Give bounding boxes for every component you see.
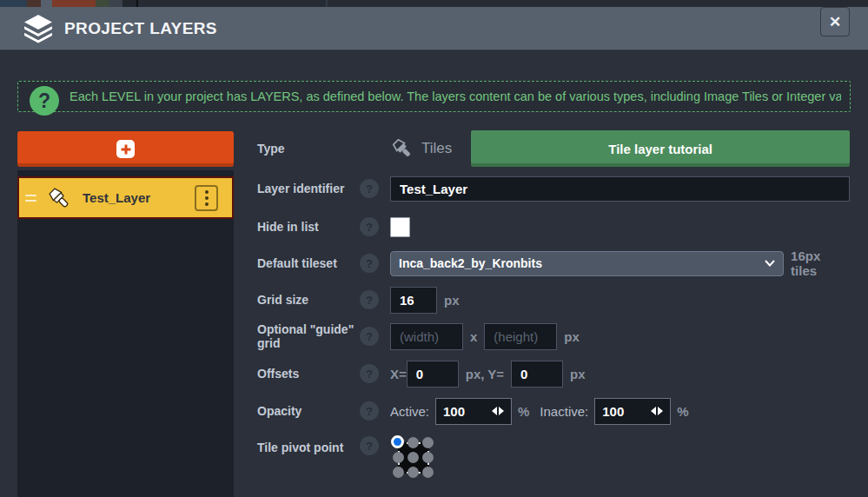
pivot-dot[interactable] <box>407 467 419 478</box>
offset-mid-label: px, Y= <box>466 367 504 381</box>
opacity-inactive-label: Inactive: <box>540 404 588 419</box>
opacity-inactive-value: 100 <box>602 404 624 419</box>
guide-grid-separator: x <box>470 329 477 344</box>
layer-identifier-label: Layer identifier <box>257 182 360 195</box>
stepper-arrows-icon[interactable] <box>651 407 663 415</box>
layer-item-name: Test_Layer <box>83 190 150 205</box>
opacity-active-unit: % <box>518 404 529 419</box>
hide-in-list-checkbox[interactable] <box>390 217 410 237</box>
kebab-menu-icon <box>205 190 209 194</box>
tiles-brush-icon <box>390 136 414 161</box>
opacity-inactive-stepper[interactable]: 100 <box>594 398 671 425</box>
guide-grid-label: Optional "guide" grid <box>257 322 360 350</box>
chevron-down-icon <box>765 260 775 267</box>
offset-y-input[interactable] <box>511 361 563 388</box>
tile-layer-tutorial-button[interactable]: Tile layer tutorial <box>471 130 850 167</box>
background-app-strip <box>0 0 868 7</box>
pivot-dot[interactable] <box>422 467 434 478</box>
help-icon[interactable]: ? <box>360 179 379 198</box>
help-icon[interactable]: ? <box>360 364 379 383</box>
info-banner-text: Each LEVEL in your project has LAYERS, a… <box>70 82 841 111</box>
default-tileset-value: Inca_back2_by_Kronbits <box>399 256 542 270</box>
pivot-dot[interactable] <box>393 452 404 463</box>
pivot-dot[interactable] <box>422 437 434 448</box>
layer-list-panel: Test_Layer <box>17 170 234 497</box>
info-banner: ? Each LEVEL in your project has LAYERS,… <box>17 81 851 112</box>
stepper-arrows-icon[interactable] <box>492 407 504 415</box>
layer-menu-button[interactable] <box>195 185 218 211</box>
layer-list-item[interactable]: Test_Layer <box>17 176 234 219</box>
close-button[interactable]: ✕ <box>820 7 850 36</box>
offsets-unit: px <box>570 367 586 381</box>
help-icon[interactable]: ? <box>360 290 379 309</box>
grid-size-unit: px <box>444 293 460 308</box>
close-icon: ✕ <box>829 13 841 31</box>
grid-size-input[interactable] <box>390 287 437 314</box>
opacity-active-label: Active: <box>390 404 429 419</box>
row-pivot: Tile pivot point ? <box>257 430 850 479</box>
offset-x-label: X= <box>390 367 407 381</box>
row-offsets: Offsets ? X= px, Y= px <box>257 355 850 392</box>
opacity-inactive-unit: % <box>677 404 688 419</box>
row-guide-grid: Optional "guide" grid ? x px <box>257 318 850 355</box>
help-icon[interactable]: ? <box>360 436 379 455</box>
opacity-label: Opacity <box>257 404 360 418</box>
plus-icon <box>116 140 135 158</box>
brush-icon <box>46 185 72 211</box>
row-hide-in-list: Hide in list ? <box>257 209 850 245</box>
pivot-dot[interactable] <box>407 437 419 448</box>
layers-icon <box>23 14 54 43</box>
row-type: Type Tiles Tile layer tutorial <box>257 130 850 167</box>
pivot-dot[interactable] <box>391 435 404 448</box>
opacity-active-stepper[interactable]: 100 <box>435 398 512 425</box>
pivot-dot[interactable] <box>422 452 434 463</box>
guide-grid-height-input[interactable] <box>484 323 557 350</box>
row-layer-identifier: Layer identifier ? <box>257 170 850 207</box>
help-icon[interactable]: ? <box>360 217 379 236</box>
guide-grid-unit: px <box>564 329 580 344</box>
page-title: PROJECT LAYERS <box>64 19 217 38</box>
help-icon[interactable]: ? <box>360 401 379 421</box>
pivot-label: Tile pivot point <box>257 441 360 454</box>
row-default-tileset: Default tileset ? Inca_back2_by_Kronbits… <box>257 245 850 282</box>
layer-identifier-input[interactable] <box>390 176 850 202</box>
default-tileset-label: Default tileset <box>257 256 360 270</box>
dialog-titlebar: PROJECT LAYERS <box>0 7 868 50</box>
type-value: Tiles <box>421 140 452 157</box>
default-tileset-select[interactable]: Inca_back2_by_Kronbits <box>390 251 784 276</box>
tileset-size-hint: 16px tiles <box>791 248 850 278</box>
row-grid-size: Grid size ? px <box>257 282 850 318</box>
pivot-dot[interactable] <box>407 452 419 463</box>
tile-pivot-widget <box>398 442 429 474</box>
grid-size-label: Grid size <box>257 293 360 307</box>
help-circle-icon: ? <box>30 86 59 116</box>
row-opacity: Opacity ? Active: 100 % Inactive: 100 % <box>257 393 850 429</box>
drag-handle-icon[interactable] <box>25 195 36 202</box>
type-label: Type <box>257 142 360 156</box>
offsets-label: Offsets <box>257 367 360 381</box>
add-layer-button[interactable] <box>17 131 234 167</box>
help-icon[interactable]: ? <box>360 327 379 346</box>
offset-x-input[interactable] <box>407 361 459 388</box>
hide-in-list-label: Hide in list <box>257 220 360 234</box>
help-icon[interactable]: ? <box>360 254 379 273</box>
guide-grid-width-input[interactable] <box>390 323 463 350</box>
project-layers-dialog: PROJECT LAYERS ✕ ? Each LEVEL in your pr… <box>0 0 868 497</box>
opacity-active-value: 100 <box>443 404 465 419</box>
pivot-dot[interactable] <box>393 467 404 478</box>
